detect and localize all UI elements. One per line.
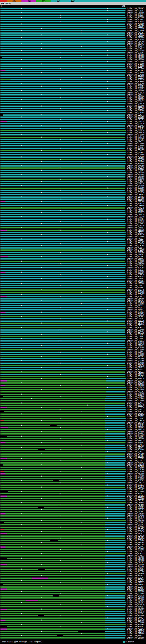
hit-label[interactable]: UniRef100_Q4S810: [127, 130, 146, 132]
alignment-segment[interactable]: [45, 449, 105, 450]
alignment-segment[interactable]: [5, 546, 105, 548]
hit-bar-row[interactable]: [0, 176, 126, 178]
hit-bar-row[interactable]: [0, 267, 126, 269]
alignment-segment[interactable]: [0, 433, 105, 434]
hit-label[interactable]: UniRef100_Q00227: [127, 14, 146, 16]
hit-label[interactable]: UniRef100_B7FJT0: [127, 136, 146, 138]
alignment-segment[interactable]: [0, 188, 125, 189]
alignment-segment[interactable]: [105, 414, 125, 415]
hit-bar-row[interactable]: [0, 222, 126, 225]
hit-bar-row[interactable]: [0, 19, 126, 21]
hit-label[interactable]: UniRef100_B0X2T1: [127, 635, 146, 637]
alignment-segment[interactable]: [0, 256, 8, 257]
hit-label[interactable]: UniRef100_C4QP69: [127, 398, 146, 400]
alignment-segment[interactable]: [105, 568, 125, 570]
alignment-segment[interactable]: [7, 628, 105, 630]
hit-bar-row[interactable]: [0, 165, 126, 167]
hit-label[interactable]: UniRef100_B1NDC3: [127, 300, 146, 302]
alignment-segment[interactable]: [0, 378, 106, 379]
hit-label[interactable]: UniRef100_B4DV02: [127, 70, 146, 72]
hit-label[interactable]: UniRef100_B3DF24: [127, 311, 146, 314]
alignment-segment[interactable]: [0, 70, 5, 71]
alignment-segment[interactable]: [0, 369, 125, 370]
alignment-segment[interactable]: [0, 130, 125, 131]
hit-label[interactable]: UniRef100_A2QRN5: [127, 356, 146, 358]
hit-label[interactable]: UniRef100_Q5CJB1: [127, 424, 146, 426]
hit-label[interactable]: UniRef100_B4MX34: [127, 617, 146, 619]
alignment-segment[interactable]: [7, 407, 105, 408]
hit-bar-row[interactable]: [0, 172, 126, 174]
alignment-segment[interactable]: [7, 564, 105, 566]
hit-label[interactable]: UniRef100_B6K2Y3: [127, 552, 146, 555]
alignment-segment[interactable]: [0, 203, 125, 204]
alignment-segment[interactable]: [0, 303, 125, 304]
alignment-segment[interactable]: [0, 274, 125, 275]
hit-label[interactable]: UniRef100_A9TLL9: [127, 23, 146, 25]
hit-bar-row[interactable]: [0, 238, 126, 240]
hit-label[interactable]: UniRef100_C4Y7T4: [127, 482, 146, 484]
alignment-segment[interactable]: [1, 57, 125, 58]
alignment-segment[interactable]: [0, 106, 125, 107]
hit-label[interactable]: UniRef100_B2Y410: [127, 342, 146, 344]
alignment-segment[interactable]: [0, 418, 105, 419]
alignment-segment[interactable]: [44, 615, 105, 616]
hit-label[interactable]: UniRef100_A6Z248: [127, 38, 146, 41]
hit-label[interactable]: UniRef100_Q0U6J5: [127, 517, 146, 520]
alignment-segment[interactable]: [0, 618, 105, 619]
hit-label[interactable]: UniRef100_B3L121: [127, 415, 146, 418]
alignment-segment[interactable]: [0, 367, 125, 368]
hit-bar-row[interactable]: [0, 612, 126, 615]
hit-bar-row[interactable]: [0, 584, 126, 586]
hit-label[interactable]: UniRef100_C1GJN2: [127, 500, 146, 502]
hit-label[interactable]: UniRef100_B4JE19: [127, 167, 146, 169]
alignment-segment[interactable]: [105, 422, 125, 424]
alignment-segment[interactable]: [0, 580, 105, 581]
alignment-segment[interactable]: [0, 429, 105, 430]
hit-bar-row[interactable]: [0, 388, 126, 391]
hit-bar-row[interactable]: [0, 74, 126, 76]
alignment-segment[interactable]: [0, 305, 125, 306]
hit-label[interactable]: UniRef100_C5P8R2: [127, 495, 146, 497]
hit-label[interactable]: UniRef100_A9ZSY2: [127, 628, 146, 630]
alignment-segment[interactable]: [0, 575, 105, 576]
alignment-segment[interactable]: [105, 531, 125, 532]
hit-bar-row[interactable]: [0, 371, 126, 373]
hit-label[interactable]: UniRef100_A3GGZ2: [127, 477, 146, 480]
hit-label[interactable]: UniRef100_A4S3P4: [127, 570, 146, 573]
alignment-segment[interactable]: [0, 358, 125, 359]
hit-bar-row[interactable]: [0, 506, 126, 508]
alignment-segment[interactable]: [0, 24, 125, 25]
hit-label[interactable]: UniRef100_B8LJ21: [127, 269, 146, 272]
hit-label[interactable]: UniRef100_Q1NLW3: [127, 8, 146, 10]
alignment-segment[interactable]: [0, 32, 125, 34]
alignment-segment[interactable]: [0, 261, 125, 262]
hit-bar-row[interactable]: [0, 158, 126, 160]
hit-label[interactable]: UniRef100_Q65YU3: [127, 258, 146, 260]
alignment-segment[interactable]: [0, 553, 125, 554]
hit-label[interactable]: UniRef100_C5KCU6: [127, 298, 146, 300]
alignment-segment[interactable]: [0, 458, 7, 459]
hit-bar-row[interactable]: [0, 564, 126, 566]
hit-bar-row[interactable]: [0, 220, 126, 222]
alignment-segment[interactable]: [0, 84, 125, 84]
alignment-segment[interactable]: [0, 431, 125, 432]
alignment-segment[interactable]: [0, 524, 105, 526]
alignment-segment[interactable]: [0, 212, 125, 213]
hit-label[interactable]: UniRef100_Q6PPH2: [127, 196, 146, 198]
hit-bar-row[interactable]: [0, 185, 126, 187]
hit-label[interactable]: UniRef100_Q1HQL5: [127, 602, 146, 604]
alignment-segment[interactable]: [0, 409, 105, 410]
alignment-segment[interactable]: [0, 425, 50, 426]
hit-label[interactable]: UniRef100_B3RW27: [127, 293, 146, 296]
alignment-segment[interactable]: [0, 265, 125, 266]
alignment-segment[interactable]: [105, 551, 125, 552]
alignment-segment[interactable]: [105, 522, 125, 523]
hit-label[interactable]: UniRef100_B8C3V4: [127, 577, 146, 579]
hit-label[interactable]: UniRef100_Q7R5W9: [127, 431, 146, 433]
hit-label[interactable]: UniRef100_A9YTA2: [127, 34, 146, 36]
hit-bar-row[interactable]: [0, 344, 126, 346]
hit-label[interactable]: UniRef100_A9P1N7: [127, 85, 146, 88]
hit-label[interactable]: UniRef100_O94633: [127, 555, 146, 557]
alignment-segment[interactable]: [0, 611, 105, 612]
alignment-segment[interactable]: [0, 101, 125, 102]
